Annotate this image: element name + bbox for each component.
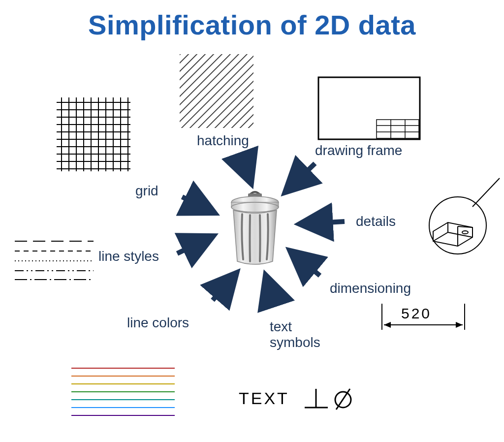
- line-colors-icon: [71, 364, 175, 418]
- label-hatching: hatching: [197, 133, 249, 149]
- hatching-icon: [180, 54, 253, 128]
- label-line-colors: line colors: [127, 315, 189, 331]
- dimension-arrow-icon: [379, 303, 468, 332]
- diagram-stage: Simplification of 2D data: [0, 0, 504, 442]
- svg-line-11: [266, 276, 276, 305]
- text-sample: TEXT: [239, 389, 289, 408]
- label-text-symbols: text symbols: [270, 319, 320, 350]
- svg-line-9: [290, 251, 320, 276]
- svg-rect-15: [377, 120, 419, 138]
- label-drawing-frame: drawing frame: [315, 143, 402, 158]
- line-styles-icon: [15, 236, 94, 281]
- svg-line-6: [182, 197, 214, 213]
- svg-rect-13: [180, 54, 253, 128]
- svg-line-40: [472, 178, 500, 207]
- svg-line-7: [300, 221, 345, 224]
- svg-line-8: [177, 236, 213, 253]
- svg-rect-14: [318, 77, 420, 139]
- diameter-symbol-icon: [332, 387, 354, 410]
- svg-line-10: [213, 273, 236, 300]
- label-dimensioning: dimensioning: [330, 281, 411, 296]
- details-icon: [413, 177, 502, 261]
- svg-line-4: [242, 158, 251, 183]
- grid-icon: [57, 97, 130, 171]
- svg-line-5: [285, 163, 315, 192]
- svg-point-42: [462, 231, 468, 234]
- label-line-styles: line styles: [98, 249, 159, 264]
- label-grid: grid: [135, 183, 158, 199]
- label-details: details: [356, 214, 396, 229]
- perpendicular-symbol-icon: [303, 388, 330, 410]
- drawing-frame-icon: [317, 76, 421, 140]
